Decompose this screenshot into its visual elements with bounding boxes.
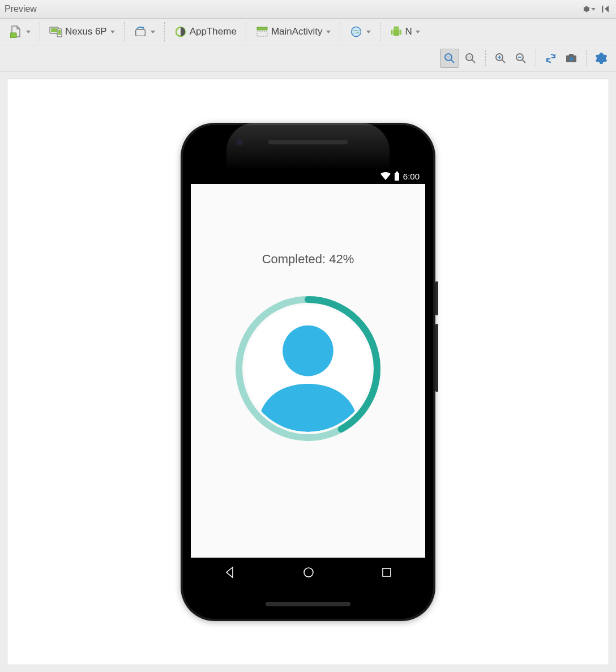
zoom-in-button[interactable] [491,49,510,67]
chevron-down-icon [591,8,596,11]
zoom-fit-icon [443,52,456,65]
theme-select-label: AppTheme [190,26,237,37]
zoom-fit-button[interactable] [440,49,459,68]
separator [124,22,125,41]
chevron-down-icon [416,31,420,33]
zoom-out-icon [515,52,527,65]
nav-recents-icon[interactable] [380,566,393,579]
android-icon [390,25,403,38]
nav-back-icon[interactable] [223,566,237,579]
chevron-down-icon [26,31,31,33]
activity-select-button[interactable]: MainActivity [252,22,334,41]
svg-rect-0 [10,33,16,38]
preview-toolbar-1: Nexus 6P AppTheme MainActivity [0,19,616,45]
hide-icon [600,5,610,14]
camera-icon [564,53,578,64]
gear-icon [595,52,608,65]
file-icon [9,25,23,38]
svg-text:1:1: 1:1 [467,55,472,59]
separator [485,50,486,66]
svg-rect-5 [135,29,145,36]
globe-icon [349,25,363,38]
preview-toolbar-2: 1:1 [0,45,616,72]
api-select-button[interactable]: N [386,22,424,41]
screen-content: Completed: 42% [191,184,425,558]
progress-ring [234,295,382,442]
activity-select-label: MainActivity [271,26,323,37]
nav-bar [191,558,425,587]
nav-home-icon[interactable] [302,566,315,579]
preview-settings-button[interactable] [592,49,610,67]
device-camera [236,139,243,145]
separator [380,22,380,41]
separator [40,22,40,41]
status-bar: 6:00 [191,168,425,184]
separator [586,50,587,66]
preview-panel: Preview Nexus 6P [0,0,616,672]
chevron-down-icon [326,31,331,33]
separator [536,50,536,66]
svg-point-11 [397,28,398,29]
device-select-label: Nexus 6P [65,26,107,37]
chevron-down-icon [151,31,155,33]
zoom-in-icon [494,52,507,65]
device-frame: 6:00 Completed: 42% [181,123,435,621]
separator [340,22,340,41]
screenshot-button[interactable] [562,49,580,67]
panel-settings-button[interactable] [583,3,596,15]
refresh-icon [545,52,557,65]
svg-rect-8 [257,32,267,36]
panel-header: Preview [0,0,616,19]
chevron-down-icon [366,31,371,33]
panel-hide-button[interactable] [599,3,611,15]
device-screen: 6:00 Completed: 42% [191,168,425,587]
svg-point-10 [394,28,395,29]
svg-point-17 [570,57,573,61]
zoom-actual-button[interactable]: 1:1 [461,49,480,67]
separator [164,22,165,41]
locale-select-button[interactable] [346,22,374,41]
refresh-button[interactable] [542,49,560,67]
separator [246,22,246,41]
layout-variant-button[interactable] [6,22,34,41]
svg-rect-19 [396,172,398,173]
api-select-label: N [405,26,412,37]
zoom-actual-icon: 1:1 [464,52,477,65]
device-select-button[interactable]: Nexus 6P [46,22,118,41]
status-time: 6:00 [403,172,420,181]
svg-point-9 [351,27,361,37]
activity-icon [255,25,269,38]
battery-icon [394,172,400,181]
svg-rect-18 [395,173,399,181]
device-icon [49,25,63,38]
preview-stage[interactable]: 6:00 Completed: 42% [7,79,609,665]
rotate-icon [134,25,147,38]
zoom-out-button[interactable] [512,49,530,67]
wifi-icon [380,172,391,180]
theme-select-button[interactable]: AppTheme [170,22,240,41]
theme-icon [174,25,187,38]
svg-rect-4 [58,30,61,35]
device-speaker [268,140,348,144]
orientation-button[interactable] [130,22,159,41]
svg-point-25 [304,568,313,577]
svg-rect-26 [383,568,391,576]
svg-rect-2 [51,28,57,32]
gear-icon [583,5,590,14]
svg-rect-7 [257,27,267,30]
chevron-down-icon [110,31,115,33]
completed-label: Completed: 42% [262,252,354,267]
progress-ring-svg [234,295,382,442]
panel-title: Preview [5,4,580,14]
